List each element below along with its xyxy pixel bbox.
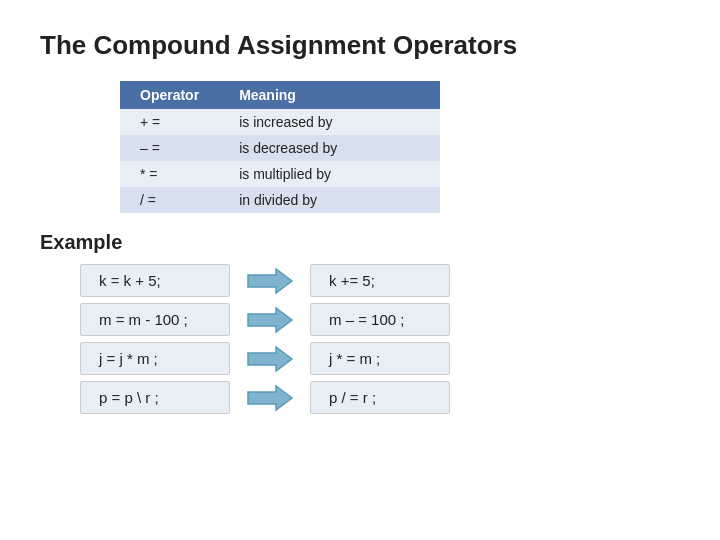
example-right: k += 5; [310, 264, 450, 297]
content-area: Operator Meaning + =is increased by– =is… [40, 81, 680, 414]
example-row: k = k + 5;k += 5; [80, 264, 680, 297]
arrow-icon [246, 306, 294, 334]
example-left: m = m - 100 ; [80, 303, 230, 336]
cell-operator: + = [120, 109, 219, 135]
example-left: j = j * m ; [80, 342, 230, 375]
example-left: k = k + 5; [80, 264, 230, 297]
svg-marker-0 [248, 269, 292, 293]
example-label: Example [40, 231, 680, 254]
cell-meaning: in divided by [219, 187, 440, 213]
cell-meaning: is decreased by [219, 135, 440, 161]
operators-table: Operator Meaning + =is increased by– =is… [120, 81, 440, 213]
cell-meaning: is multiplied by [219, 161, 440, 187]
table-body: + =is increased by– =is decreased by* =i… [120, 109, 440, 213]
arrow-icon [246, 345, 294, 373]
table-row: – =is decreased by [120, 135, 440, 161]
table-header: Operator Meaning [120, 81, 440, 109]
table-row: * =is multiplied by [120, 161, 440, 187]
example-right: j * = m ; [310, 342, 450, 375]
example-row: p = p \ r ;p / = r ; [80, 381, 680, 414]
table-row: + =is increased by [120, 109, 440, 135]
example-right: p / = r ; [310, 381, 450, 414]
example-row: m = m - 100 ;m – = 100 ; [80, 303, 680, 336]
page-title: The Compound Assignment Operators [40, 30, 680, 61]
svg-marker-1 [248, 308, 292, 332]
cell-operator: / = [120, 187, 219, 213]
cell-operator: * = [120, 161, 219, 187]
example-row: j = j * m ;j * = m ; [80, 342, 680, 375]
col-meaning: Meaning [219, 81, 440, 109]
page: The Compound Assignment Operators Operat… [0, 0, 720, 540]
svg-marker-2 [248, 347, 292, 371]
examples-grid: k = k + 5;k += 5;m = m - 100 ;m – = 100 … [80, 264, 680, 414]
cell-operator: – = [120, 135, 219, 161]
arrow-icon [246, 267, 294, 295]
table-container: Operator Meaning + =is increased by– =is… [120, 81, 680, 213]
example-left: p = p \ r ; [80, 381, 230, 414]
col-operator: Operator [120, 81, 219, 109]
svg-marker-3 [248, 386, 292, 410]
arrow-icon [246, 384, 294, 412]
example-right: m – = 100 ; [310, 303, 450, 336]
table-row: / =in divided by [120, 187, 440, 213]
cell-meaning: is increased by [219, 109, 440, 135]
